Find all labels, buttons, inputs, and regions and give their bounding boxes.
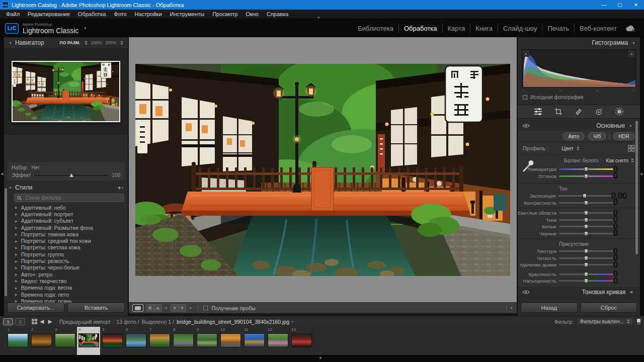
module-develop[interactable]: Обработка	[399, 24, 443, 33]
filmstrip-cell[interactable]: 9	[195, 327, 219, 355]
style-group[interactable]: ▶Адаптивный: небо	[4, 204, 128, 211]
slider-thumb[interactable]	[584, 249, 588, 253]
profile-spinner-icon[interactable]	[576, 146, 580, 151]
module-library[interactable]: Библиотека	[353, 24, 399, 33]
filmstrip-cell[interactable]: 13	[290, 327, 313, 355]
top-panel-collapse-icon[interactable]: ▲	[317, 15, 320, 19]
next-photo-icon[interactable]: ▶	[48, 318, 52, 325]
cloud-sync-icon[interactable]	[625, 25, 636, 32]
slider-thumb[interactable]	[584, 211, 588, 215]
healing-icon[interactable]	[575, 108, 583, 116]
wb-eyedropper-icon[interactable]	[523, 159, 535, 172]
before-after-button[interactable]: YY	[171, 304, 186, 312]
module-web[interactable]: Веб-контент	[575, 24, 622, 33]
saturation-slider[interactable]	[559, 280, 613, 282]
style-group[interactable]: ▶Видео: творчество	[4, 278, 128, 284]
slider-thumb[interactable]	[584, 201, 588, 205]
style-group[interactable]: ▶Портреты: средний тон кожи	[4, 237, 128, 244]
reset-button[interactable]: Сброс	[581, 303, 637, 313]
tint-slider[interactable]	[559, 175, 613, 177]
profile-value[interactable]: Цвет	[561, 145, 574, 151]
filmstrip-cell[interactable]: 3	[53, 327, 77, 355]
auto-button[interactable]: Авто	[562, 132, 585, 140]
masking-icon[interactable]	[615, 107, 624, 116]
close-button[interactable]: ✕	[628, 0, 644, 10]
filmstrip-cell[interactable]: 7	[148, 327, 172, 355]
slider-thumb[interactable]	[584, 167, 588, 171]
grid-view-icon[interactable]	[31, 318, 38, 325]
photo-thumbnail[interactable]	[149, 333, 170, 347]
photo-thumbnail[interactable]	[173, 333, 194, 347]
paste-button[interactable]: Вставить	[67, 303, 125, 313]
loupe-view-button[interactable]	[132, 304, 143, 312]
style-group[interactable]: ▶Адаптивный: портрет	[4, 211, 128, 217]
module-print[interactable]: Печать	[542, 24, 575, 33]
toolbar-options-icon[interactable]: ▾	[510, 306, 512, 310]
style-group[interactable]: ▶Портреты: темная кожа	[4, 231, 128, 237]
navigator-thumbnail[interactable]	[12, 61, 120, 122]
filmstrip-cell[interactable]: 10	[219, 327, 243, 355]
slider-thumb[interactable]	[584, 279, 588, 283]
menu-edit[interactable]: Редактирование	[24, 11, 74, 17]
filter-toggle-icon[interactable]	[636, 318, 641, 325]
filmstrip-cell[interactable]: 5	[101, 327, 124, 355]
tone-curve-header[interactable]: Тоновая кривая ◀	[518, 287, 640, 297]
soft-proofing-checkbox[interactable]	[203, 306, 208, 310]
filter-select[interactable]: Фильтры выключ...	[577, 318, 633, 325]
menu-settings[interactable]: Настройки	[131, 11, 166, 17]
menu-window[interactable]: Окно	[242, 11, 263, 17]
zoom-level-spinner-icon[interactable]	[120, 41, 123, 45]
bw-button[interactable]: Ч/б	[588, 132, 606, 140]
panel-toggle-eye-icon[interactable]	[522, 123, 530, 128]
photo-thumbnail[interactable]	[268, 333, 288, 347]
zoom-300-option[interactable]: 300%	[105, 40, 116, 45]
photo-thumbnail[interactable]	[126, 333, 146, 347]
reference-view-button[interactable]: RA	[146, 304, 162, 312]
style-group[interactable]: ▶Времена года: лето	[4, 291, 128, 298]
exposure-slider[interactable]	[558, 195, 611, 197]
filmstrip-cell[interactable]: 8	[172, 327, 195, 355]
left-panel-collapse-icon[interactable]: ◀	[1, 172, 3, 176]
add-preset-button[interactable]: +▾	[117, 184, 123, 192]
slider-thumb[interactable]	[584, 272, 588, 277]
style-group[interactable]: ▶Портреты: черно-белые	[4, 264, 128, 271]
zoom-fit-option[interactable]: ПО РАЗМ.	[60, 40, 80, 45]
photo-thumbnail[interactable]	[244, 333, 265, 347]
shadows-slider[interactable]	[559, 219, 613, 221]
photo-thumbnail[interactable]	[197, 333, 217, 347]
left-panel-scrollbar[interactable]	[5, 188, 7, 296]
photo-thumbnail[interactable]	[78, 333, 99, 347]
vibrance-slider[interactable]	[559, 274, 613, 275]
photo-thumbnail[interactable]	[291, 333, 312, 347]
reference-view-caret-icon[interactable]: ▾	[166, 306, 168, 310]
profile-browser-icon[interactable]	[628, 145, 635, 152]
zoom-fit-spinner-icon[interactable]	[84, 41, 88, 45]
edit-sliders-icon[interactable]	[534, 108, 542, 116]
blacks-slider[interactable]	[559, 233, 613, 234]
style-group[interactable]: ▶Времена года: весна	[4, 285, 128, 291]
zoom-100-option[interactable]: 100%	[91, 40, 102, 45]
effect-amount-slider[interactable]	[34, 175, 108, 176]
filmstrip-breadcrumb[interactable]: Предыдущий импорт 13 фото / Выделено 1 /…	[59, 319, 294, 325]
main-photo[interactable]	[135, 64, 510, 276]
panel-toggle-eye-icon[interactable]	[522, 290, 530, 295]
temperature-slider[interactable]	[559, 168, 613, 170]
photo-thumbnail[interactable]	[220, 333, 241, 347]
second-window-button[interactable]: 2	[15, 318, 25, 325]
filmstrip-cell[interactable]: 12	[266, 327, 290, 355]
navigator-header[interactable]: ▼ Навигатор ПО РАЗМ. 100% 300%	[4, 37, 128, 48]
copy-button[interactable]: Скопировать...	[7, 303, 64, 313]
module-slideshow[interactable]: Слайд-шоу	[498, 24, 542, 33]
slider-thumb[interactable]	[584, 262, 588, 267]
slider-thumb[interactable]	[583, 194, 587, 198]
menu-file[interactable]: Файл	[2, 11, 24, 17]
breadcrumb-caret-icon[interactable]: ▾	[292, 320, 294, 324]
menu-tools[interactable]: Инструменты	[166, 11, 209, 17]
texture-slider[interactable]	[559, 250, 613, 252]
main-window-button[interactable]: 1	[3, 318, 13, 325]
bottom-panel-collapse-icon[interactable]: ▼	[318, 356, 323, 360]
logo-caret-icon[interactable]: ▼	[83, 26, 87, 31]
slider-thumb[interactable]	[584, 218, 588, 222]
dehaze-slider[interactable]	[559, 264, 613, 265]
photo-thumbnail[interactable]	[55, 333, 75, 347]
